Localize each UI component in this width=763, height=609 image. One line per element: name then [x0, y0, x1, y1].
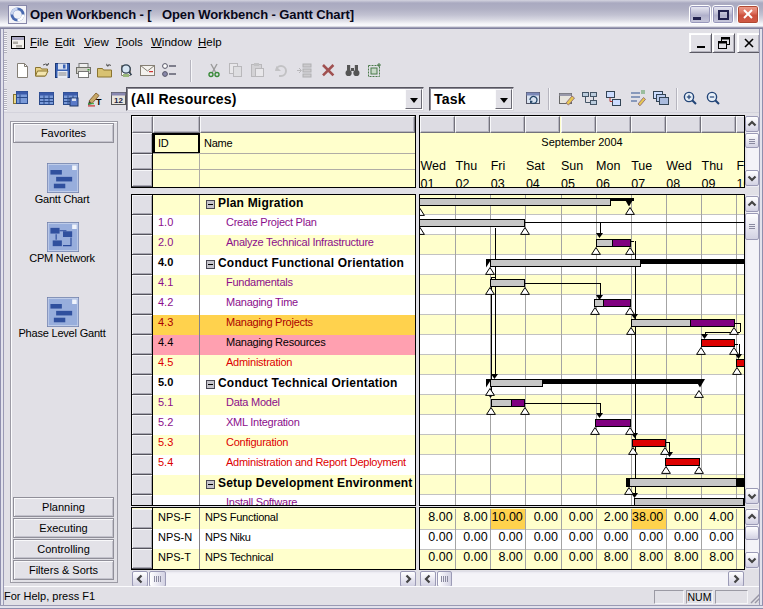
svg-text:12: 12 [114, 96, 123, 105]
svg-text:T: T [96, 97, 102, 107]
